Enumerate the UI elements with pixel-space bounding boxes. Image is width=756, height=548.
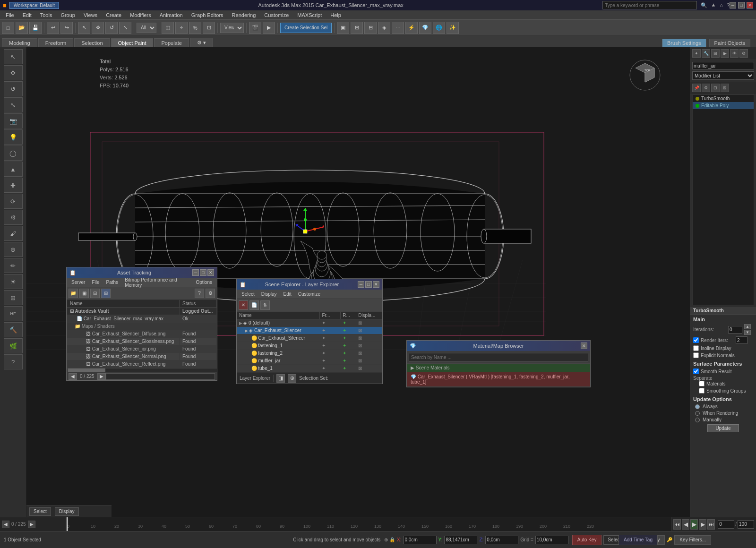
asset-row-maps-group[interactable]: 📁 Maps / Shaders <box>67 323 217 330</box>
mod-icon-1[interactable]: ✦ <box>692 49 701 58</box>
new-btn[interactable]: □ <box>2 22 14 34</box>
filter-dropdown[interactable]: All <box>137 23 156 33</box>
render-iters-input[interactable] <box>736 336 747 344</box>
lt-spacewarp-btn[interactable]: ⟳ <box>4 194 23 209</box>
undo-btn[interactable]: ↩ <box>47 22 59 34</box>
percent-snap-btn[interactable]: % <box>189 22 201 34</box>
render-iters-checkbox[interactable] <box>693 337 699 343</box>
mod-icon-motion[interactable]: ▶ <box>721 49 729 58</box>
open-btn[interactable]: 📂 <box>16 22 28 34</box>
add-time-tag-button[interactable]: Add Time Tag <box>619 535 658 545</box>
mod-icon-wrench[interactable]: 🔧 <box>702 49 710 58</box>
se-menu-customize[interactable]: Customize <box>295 291 323 298</box>
menu-views[interactable]: Views <box>80 11 101 19</box>
end-frame-input[interactable] <box>738 520 754 529</box>
se-row-fastening1[interactable]: 🟡 fastening_1 ✦ ✦ ⊠ <box>237 342 382 350</box>
always-radio[interactable] <box>695 404 700 409</box>
snap-btn[interactable]: ◫ <box>162 22 174 34</box>
mod-icon-pin[interactable]: 📌 <box>692 84 701 92</box>
mb-close-btn[interactable]: ✕ <box>581 342 587 349</box>
display-btn-bottom[interactable]: Display <box>55 507 79 516</box>
se-tb-sort[interactable]: ⇅ <box>260 300 270 310</box>
prev-key-btn[interactable]: ⏮ <box>673 519 681 530</box>
se-tb-delete[interactable]: ✕ <box>239 300 248 310</box>
asset-menu-bitmap[interactable]: Bitmap Performance and Memory <box>122 276 192 289</box>
angle-snap-btn[interactable]: ⌖ <box>175 22 188 34</box>
smoothing-groups-checkbox[interactable] <box>699 388 704 394</box>
menu-modifiers[interactable]: Modifiers <box>126 11 155 19</box>
workspace-dropdown[interactable]: Workspace: Default <box>9 2 59 9</box>
menu-help[interactable]: Help <box>326 11 345 19</box>
prev-frame-play-btn[interactable]: ◀ <box>682 519 689 530</box>
asset-row-diffuse[interactable]: 🖼 Car_Exhaust_Silencer_Diffuse.png Found <box>67 330 217 338</box>
tab-object-paint[interactable]: Object Paint <box>111 38 154 47</box>
se-row-muffler[interactable]: 🟡 muffler_jar ✦ ✦ ⊠ <box>237 357 382 365</box>
x-coord-input[interactable] <box>404 536 437 544</box>
asset-tb-settings[interactable]: ⚙ <box>206 289 215 298</box>
lt-question-btn[interactable]: ? <box>4 354 23 369</box>
smooth-result-checkbox[interactable] <box>693 368 699 374</box>
explicit-normals-checkbox[interactable] <box>693 352 699 358</box>
manually-radio[interactable] <box>695 418 700 422</box>
menu-create[interactable]: Create <box>102 11 125 19</box>
key-filters-button[interactable]: Key Filters... <box>674 535 711 545</box>
autokey-button[interactable]: Auto Key <box>572 535 602 545</box>
tab-populate[interactable]: Populate <box>154 38 189 47</box>
asset-row-ior[interactable]: 🖼 Car_Exhaust_Silencer_ior.png Found <box>67 345 217 353</box>
se-menu-edit[interactable]: Edit <box>281 291 294 298</box>
menu-file[interactable]: File <box>2 11 18 19</box>
se-menu-display[interactable]: Display <box>258 291 280 298</box>
timeline-track[interactable]: 0 10 20 30 40 50 60 70 80 90 100 110 120… <box>66 517 671 531</box>
next-frame-btn[interactable]: ▶ <box>28 521 35 528</box>
align-btn[interactable]: ⊟ <box>364 22 377 34</box>
maximize-button[interactable]: □ <box>738 2 745 9</box>
modifier-list-dropdown[interactable]: Modifier List <box>692 71 754 80</box>
asset-menu-file[interactable]: File <box>89 279 102 286</box>
asset-close-btn[interactable]: ✕ <box>207 269 214 276</box>
tab-freeform[interactable]: Freeform <box>38 38 74 47</box>
menu-maxscript[interactable]: MAXScript <box>293 11 326 19</box>
current-frame-input[interactable] <box>718 520 734 529</box>
lt-grid-btn[interactable]: ⊞ <box>4 290 23 305</box>
prev-frame-btn[interactable]: ◀ <box>2 521 9 528</box>
save-btn[interactable]: 💾 <box>29 22 42 34</box>
tab-selection[interactable]: Selection <box>74 38 110 47</box>
menu-animation[interactable]: Animation <box>156 11 187 19</box>
se-menu-select[interactable]: Select <box>239 291 258 298</box>
z-coord-input[interactable] <box>485 536 518 544</box>
menu-group[interactable]: Group <box>57 11 79 19</box>
lt-hf-btn[interactable]: HF <box>4 306 23 321</box>
schematic-view-btn[interactable]: ⚡ <box>405 22 418 34</box>
select-btn[interactable]: ↖ <box>78 22 90 34</box>
asset-row-vault[interactable]: ⊞ Autodesk Vault Logged Out... <box>67 308 217 315</box>
lt-helper-btn[interactable]: ✚ <box>4 178 23 193</box>
render-effects-btn[interactable]: ✨ <box>447 22 459 34</box>
asset-maximize-btn[interactable]: □ <box>200 269 206 276</box>
move-btn[interactable]: ✥ <box>92 22 104 34</box>
lt-freeform-btn[interactable]: ⊛ <box>4 242 23 257</box>
y-coord-input[interactable] <box>444 536 477 544</box>
material-item-car-exhaust[interactable]: 💎 Car_Exhaust_Silencer ( VRayMtl ) [fast… <box>407 372 590 387</box>
se-maximize-btn[interactable]: □ <box>365 281 372 288</box>
asset-tb-2[interactable]: ▣ <box>79 289 89 298</box>
mod-icon-settings[interactable]: ⚙ <box>702 84 710 92</box>
se-footer-btn2[interactable]: ⊕ <box>288 374 296 383</box>
asset-nav-left[interactable]: ◀ <box>69 373 77 380</box>
spinner-snap-btn[interactable]: ⊡ <box>203 22 215 34</box>
mod-icon-collapse[interactable]: ⊠ <box>721 84 729 92</box>
asset-status-input[interactable] <box>106 373 215 380</box>
mod-icon-utilities[interactable]: ⚙ <box>739 49 748 58</box>
asset-nav-right[interactable]: ▶ <box>97 373 106 380</box>
se-close-btn[interactable]: ✕ <box>373 281 379 288</box>
asset-minimize-btn[interactable]: ─ <box>192 269 199 276</box>
menu-rendering[interactable]: Rendering <box>228 11 260 19</box>
asset-menu-options[interactable]: Options <box>193 279 215 286</box>
sub-tab-brush-settings[interactable]: Brush Settings <box>662 39 706 47</box>
mod-icon-hierarchy[interactable]: ⊞ <box>711 49 720 58</box>
select-btn-bottom[interactable]: Select <box>29 507 51 516</box>
lt-hammer-btn[interactable]: 🔨 <box>4 322 23 337</box>
asset-row-file[interactable]: 📄 Car_Exhaust_Silencer_max_vray.max Ok <box>67 315 217 323</box>
iterations-spinner[interactable]: ▲ ▼ <box>744 324 751 335</box>
redo-btn[interactable]: ↪ <box>60 22 73 34</box>
lt-camera-btn[interactable]: 📷 <box>4 113 23 128</box>
